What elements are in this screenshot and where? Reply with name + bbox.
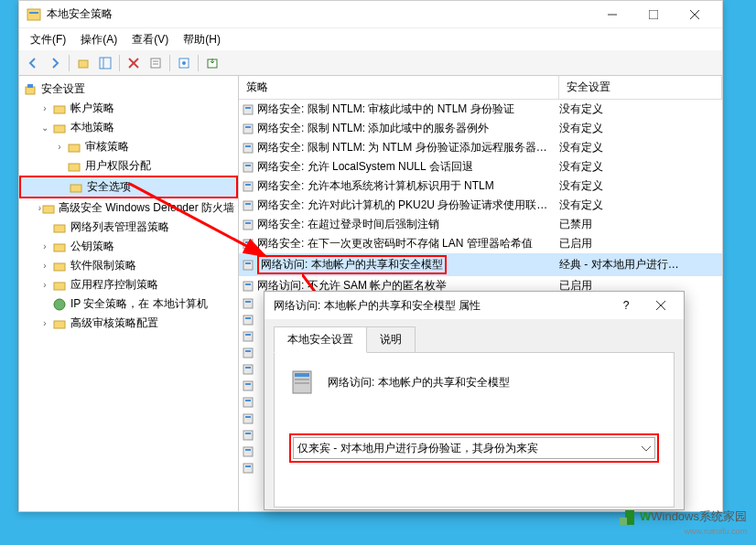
maximize-button[interactable] [632, 2, 674, 27]
policy-row[interactable]: 网络安全: 限制 NTLM: 审核此域中的 NTLM 身份验证没有定义 [239, 100, 722, 119]
export-button[interactable] [202, 53, 222, 73]
svg-rect-28 [54, 283, 65, 290]
header-setting[interactable]: 安全设置 [559, 76, 722, 99]
tree-label: 安全选项 [87, 179, 131, 195]
tree-item-advanced-audit[interactable]: › 高级审核策略配置 [19, 314, 238, 333]
tab-description[interactable]: 说明 [366, 326, 416, 353]
menu-action[interactable]: 操作(A) [73, 29, 124, 50]
tree-root[interactable]: 安全设置 [19, 80, 238, 99]
tree-item-ip-security[interactable]: IP 安全策略，在 本地计算机 [19, 294, 238, 314]
server-icon [289, 368, 319, 397]
svg-rect-46 [245, 241, 251, 243]
tree-toggle-icon[interactable]: › [38, 280, 52, 290]
menu-file[interactable]: 文件(F) [23, 29, 73, 50]
tree-toggle-icon[interactable]: ⌄ [38, 123, 52, 133]
svg-rect-17 [26, 87, 35, 94]
svg-rect-40 [245, 184, 251, 186]
tree-item-account-policy[interactable]: › 帐户策略 [19, 99, 238, 118]
tree-item-public-key[interactable]: › 公钥策略 [19, 237, 238, 256]
menu-help[interactable]: 帮助(H) [176, 29, 228, 50]
refresh-button[interactable] [174, 53, 194, 73]
tree-toggle-icon[interactable]: › [38, 318, 52, 328]
back-button[interactable] [23, 53, 43, 73]
dialog-help-button[interactable]: ? [612, 294, 640, 316]
list-header: 策略 安全设置 [239, 76, 722, 100]
folder-icon [52, 316, 67, 331]
properties-dialog: 网络访问: 本地帐户的共享和安全模型 属性 ? 本地安全设置 说明 网络访问: … [264, 291, 685, 510]
svg-rect-26 [54, 244, 65, 251]
policy-name: 网络安全: 在超过登录时间后强制注销 [257, 217, 559, 232]
folder-icon [67, 159, 81, 174]
policy-icon [239, 123, 257, 135]
delete-button[interactable] [124, 53, 144, 73]
tree-item-software-restriction[interactable]: › 软件限制策略 [19, 256, 238, 275]
policy-setting: 没有定义 [559, 178, 722, 194]
tree-item-network-list[interactable]: 网络列表管理器策略 [19, 218, 238, 237]
policy-row[interactable]: 网络安全: 允许对此计算机的 PKU2U 身份验证请求使用联…没有定义 [239, 196, 722, 215]
svg-rect-49 [243, 282, 253, 291]
svg-rect-79 [295, 379, 309, 380]
policy-icon [239, 259, 257, 272]
up-button[interactable] [73, 53, 93, 73]
policy-setting: 经典 - 对本地用户进行… [559, 257, 722, 272]
tree-item-audit-policy[interactable]: › 审核策略 [19, 137, 238, 156]
toolbar [19, 50, 722, 76]
close-button[interactable] [674, 2, 715, 27]
tree-toggle-icon[interactable]: › [38, 103, 52, 113]
show-hide-button[interactable] [95, 53, 115, 73]
svg-rect-38 [245, 165, 251, 166]
svg-rect-0 [27, 9, 40, 20]
menu-view[interactable]: 查看(V) [124, 29, 176, 50]
tree-toggle-icon[interactable]: › [38, 261, 52, 271]
policy-row[interactable]: 网络安全: 允许本地系统将计算机标识用于 NTLM没有定义 [239, 176, 722, 196]
svg-point-15 [182, 61, 186, 65]
svg-rect-44 [245, 222, 251, 224]
svg-rect-24 [43, 206, 54, 213]
policy-row[interactable]: 网络安全: 限制 NTLM: 添加此域中的服务器例外没有定义 [239, 119, 722, 138]
combo-value: 仅来宾 - 对本地用户进行身份验证，其身份为来宾 [297, 441, 538, 456]
tree-toggle-icon[interactable]: › [38, 241, 52, 251]
policy-icon [239, 280, 257, 293]
svg-rect-66 [245, 416, 251, 418]
svg-rect-19 [54, 106, 65, 113]
header-policy[interactable]: 策略 [239, 76, 559, 99]
tree-item-defender[interactable]: › 高级安全 Windows Defender 防火墙 [19, 198, 238, 218]
svg-rect-25 [54, 225, 65, 232]
svg-rect-3 [649, 10, 658, 19]
policy-row[interactable]: 网络安全: 在下一次更改密码时不存储 LAN 管理器哈希值已启用 [239, 234, 722, 253]
tree-toggle-icon[interactable]: › [52, 142, 67, 152]
policy-row[interactable]: 网络安全: 在超过登录时间后强制注销已禁用 [239, 215, 722, 234]
tree-panel[interactable]: 安全设置 › 帐户策略 ⌄ 本地策略 › 审核策略 用户权限分配 [19, 76, 239, 511]
policy-icon [239, 445, 257, 458]
tree-item-security-options[interactable]: 安全选项 [19, 176, 238, 198]
policy-row[interactable]: 网络安全: 限制 NTLM: 为 NTLM 身份验证添加远程服务器…没有定义 [239, 138, 722, 157]
tab-local-security[interactable]: 本地安全设置 [274, 326, 367, 353]
minimize-button[interactable] [591, 2, 632, 27]
folder-icon [52, 220, 67, 235]
svg-point-29 [54, 299, 65, 310]
tree-label: 高级安全 Windows Defender 防火墙 [59, 200, 234, 216]
dialog-close-button[interactable] [647, 294, 675, 316]
svg-rect-68 [245, 433, 251, 434]
dialog-tabs: 本地安全设置 说明 [265, 319, 684, 353]
svg-rect-37 [243, 163, 253, 172]
window-title: 本地安全策略 [47, 6, 591, 22]
tree-item-app-control[interactable]: › 应用程序控制策略 [19, 275, 238, 294]
tree-item-local-policy[interactable]: ⌄ 本地策略 [19, 118, 238, 137]
policy-setting: 没有定义 [559, 102, 722, 117]
properties-button[interactable] [146, 53, 166, 73]
security-model-combo[interactable]: 仅来宾 - 对本地用户进行身份验证，其身份为来宾 [293, 437, 655, 459]
policy-row[interactable]: 网络安全: 允许 LocalSystem NULL 会话回退没有定义 [239, 157, 722, 176]
folder-icon [52, 278, 67, 293]
svg-rect-69 [243, 447, 253, 456]
menubar: 文件(F) 操作(A) 查看(V) 帮助(H) [19, 28, 722, 50]
watermark-text: Windows系统家园 [651, 509, 747, 523]
policy-icon [239, 219, 257, 231]
svg-rect-31 [243, 105, 253, 114]
tree-item-user-rights[interactable]: 用户权限分配 [19, 156, 238, 176]
policy-row[interactable]: 网络访问: 本地帐户的共享和安全模型经典 - 对本地用户进行… [239, 253, 722, 276]
policy-icon [239, 199, 257, 212]
forward-button[interactable] [45, 53, 65, 73]
tree-label: IP 安全策略，在 本地计算机 [70, 296, 208, 312]
svg-rect-30 [54, 321, 65, 328]
